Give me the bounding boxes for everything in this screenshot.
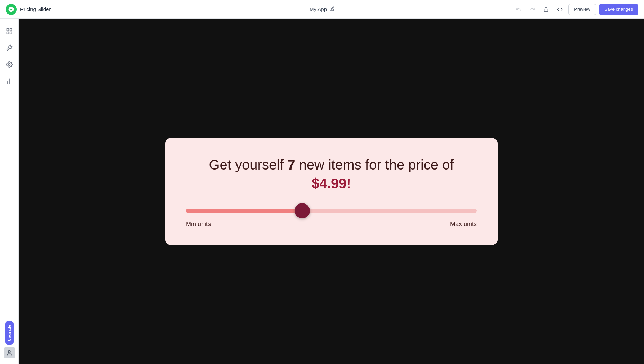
app-name: My App (310, 6, 327, 12)
canvas-area: Get yourself 7 new items for the price o… (19, 19, 644, 364)
slider-min-label: Min units (186, 220, 211, 228)
topbar: Pricing Slider My App (0, 0, 644, 19)
publish-button[interactable] (540, 4, 552, 15)
edit-icon[interactable] (330, 6, 334, 12)
upgrade-button[interactable]: Upgrade (5, 321, 14, 345)
wrench-icon (6, 44, 13, 51)
sidebar-item-grid[interactable] (2, 24, 16, 38)
pricing-card: Get yourself 7 new items for the price o… (165, 138, 498, 245)
slider-track-fill (186, 209, 302, 213)
main-layout: Upgrade Get yourself 7 new items for the… (0, 19, 644, 364)
save-changes-button[interactable]: Save changes (599, 4, 638, 15)
headline-middle: new items for the price of (295, 157, 454, 172)
avatar (4, 347, 15, 358)
slider-container: Min units Max units (186, 204, 477, 228)
headline-price: $4.99! (312, 176, 351, 191)
sidebar-item-chart[interactable] (2, 74, 16, 88)
svg-point-9 (8, 350, 10, 353)
pricing-headline: Get yourself 7 new items for the price o… (186, 155, 477, 193)
slider-labels: Min units Max units (186, 220, 477, 228)
svg-rect-1 (7, 29, 9, 31)
sidebar-bottom: Upgrade (4, 321, 15, 358)
topbar-left: Pricing Slider (6, 4, 513, 15)
svg-rect-4 (7, 32, 9, 34)
sidebar: Upgrade (0, 19, 19, 364)
page-title: Pricing Slider (20, 6, 51, 12)
avatar-icon (6, 350, 12, 356)
headline-count: 7 (287, 157, 295, 172)
grid-icon (6, 28, 13, 35)
svg-rect-3 (10, 32, 12, 34)
svg-rect-2 (10, 29, 12, 31)
app-logo (6, 4, 17, 15)
slider-thumb[interactable] (295, 203, 310, 218)
topbar-center: My App (310, 6, 334, 12)
topbar-right: Preview Save changes (513, 4, 638, 15)
settings-icon (6, 61, 13, 68)
chart-icon (6, 78, 13, 85)
slider-track-wrapper (186, 204, 477, 218)
redo-button[interactable] (527, 4, 538, 15)
headline-prefix: Get yourself (209, 157, 288, 172)
sidebar-item-settings[interactable] (2, 58, 16, 71)
code-button[interactable] (554, 4, 565, 15)
slider-max-label: Max units (450, 220, 477, 228)
preview-button[interactable]: Preview (568, 4, 596, 15)
undo-button[interactable] (513, 4, 524, 15)
svg-point-5 (8, 64, 10, 66)
sidebar-item-wrench[interactable] (2, 41, 16, 55)
